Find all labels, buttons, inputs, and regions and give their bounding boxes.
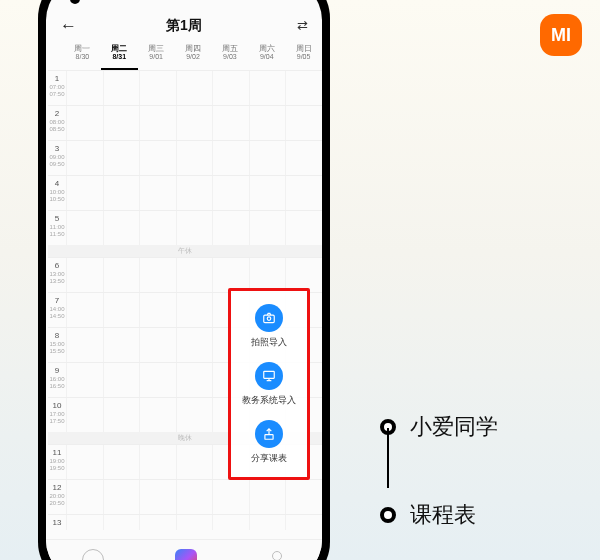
nav-schedule-icon[interactable] (175, 549, 197, 560)
share-icon (255, 420, 283, 448)
period-divider: 午休 (48, 245, 322, 257)
weekday-tab[interactable]: 周日9/05 (285, 44, 322, 70)
weekday-header: 周一8/30周二8/31周三9/01周四9/02周五9/03周六9/04周日9/… (46, 44, 322, 70)
period-row: 309:0009:50 (48, 140, 322, 175)
weekday-tab[interactable]: 周六9/04 (248, 44, 285, 70)
phone-screen: 8:16 ⁎ ▮▯ ⌔ ▢ ← 第1周 ⇄ 周一8/30周二8/31周三9/01… (46, 0, 322, 560)
bottom-nav (46, 539, 322, 560)
page-title: 第1周 (166, 17, 202, 35)
weekday-tab[interactable]: 周二8/31 (101, 44, 138, 70)
app-header: ← 第1周 ⇄ (46, 8, 322, 44)
action-menu: 拍照导入 教务系统导入 分享课表 (228, 288, 310, 480)
annotation-path: 小爱同学 课程表 (380, 412, 498, 530)
mi-logo: MI (540, 14, 582, 56)
menu-item-photo-import[interactable]: 拍照导入 (251, 304, 287, 349)
svg-rect-2 (264, 371, 275, 378)
menu-label: 分享课表 (251, 452, 287, 465)
svg-point-1 (267, 316, 271, 320)
period-row: 13 (48, 514, 322, 530)
phone-frame: 8:16 ⁎ ▮▯ ⌔ ▢ ← 第1周 ⇄ 周一8/30周二8/31周三9/01… (38, 0, 330, 560)
path-connector (387, 428, 389, 488)
weekday-tab[interactable]: 周五9/03 (211, 44, 248, 70)
back-button[interactable]: ← (60, 16, 77, 36)
menu-label: 拍照导入 (251, 336, 287, 349)
path-dot (380, 507, 396, 523)
annotation-label: 小爱同学 (410, 412, 498, 442)
period-row: 1220:0020:50 (48, 479, 322, 514)
svg-rect-3 (265, 434, 273, 439)
menu-item-share[interactable]: 分享课表 (251, 420, 287, 465)
menu-label: 教务系统导入 (242, 394, 296, 407)
menu-item-system-import[interactable]: 教务系统导入 (242, 362, 296, 407)
nav-chat-icon[interactable] (82, 549, 104, 560)
weekday-tab[interactable]: 周四9/02 (175, 44, 212, 70)
weekday-tab[interactable]: 周三9/01 (138, 44, 175, 70)
svg-rect-0 (264, 315, 275, 323)
period-row: 511:0011:50 (48, 210, 322, 245)
monitor-icon (255, 362, 283, 390)
nav-profile-icon[interactable] (268, 551, 286, 560)
period-row: 107:0007:50 (48, 70, 322, 105)
status-bar: 8:16 ⁎ ▮▯ ⌔ ▢ (46, 0, 322, 8)
period-row: 410:0010:50 (48, 175, 322, 210)
weekday-tab[interactable]: 周一8/30 (64, 44, 101, 70)
camera-icon (255, 304, 283, 332)
annotation-label: 课程表 (410, 500, 476, 530)
swap-button[interactable]: ⇄ (297, 18, 308, 33)
period-row: 613:0013:50 (48, 257, 322, 292)
period-row: 208:0008:50 (48, 105, 322, 140)
